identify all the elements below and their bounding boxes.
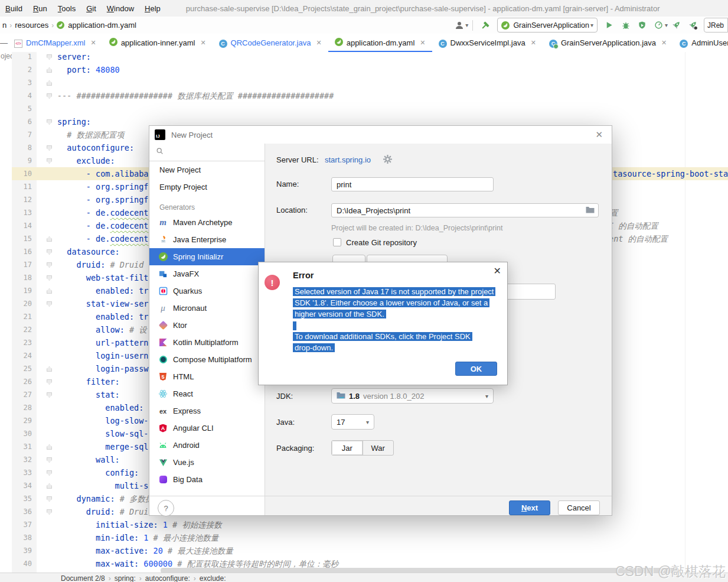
- editor-line[interactable]: 37 initial-size: 1 # 初始连接数: [12, 518, 728, 531]
- fold-marker-icon[interactable]: [47, 470, 52, 476]
- fold-marker-icon[interactable]: [47, 496, 52, 502]
- fold-marker-icon[interactable]: [47, 236, 52, 242]
- fold-marker-icon[interactable]: [47, 392, 52, 398]
- fold-marker-icon[interactable]: [47, 509, 52, 515]
- fold-marker-icon[interactable]: [47, 54, 52, 60]
- generator-kotlin-multiplatform[interactable]: Kotlin Multiplatform: [149, 334, 265, 351]
- tab-close-icon[interactable]: ✕: [420, 39, 425, 47]
- menu-build[interactable]: Build: [0, 4, 28, 13]
- generator-search[interactable]: [149, 144, 265, 161]
- menu-run[interactable]: Run: [28, 4, 53, 13]
- server-url-link[interactable]: start.spring.io: [325, 155, 371, 164]
- generator-javafx[interactable]: JavaFX: [149, 265, 265, 282]
- generator-quarkus[interactable]: Quarkus: [149, 282, 265, 300]
- menu-help[interactable]: Help: [139, 4, 166, 13]
- editor-line[interactable]: 2 port: 48080: [12, 63, 728, 76]
- generator-micronaut[interactable]: μMicronaut: [149, 300, 265, 317]
- run-configuration-select[interactable]: GrainServerApplication ▾: [497, 18, 598, 32]
- fold-marker-icon[interactable]: [47, 288, 52, 294]
- tab-close-icon[interactable]: ✕: [531, 39, 536, 47]
- tab-close-icon[interactable]: ✕: [661, 39, 667, 47]
- nav-item-empty-project[interactable]: Empty Project: [149, 178, 265, 196]
- breadcrumb-item[interactable]: application-dm.yaml: [68, 21, 136, 30]
- fold-marker-icon[interactable]: [47, 457, 52, 463]
- jrebel-panel-button[interactable]: JReb: [704, 18, 728, 32]
- packaging-option-war[interactable]: War: [363, 441, 394, 455]
- fold-marker-icon[interactable]: [47, 444, 52, 450]
- generator-express[interactable]: exExpress: [149, 402, 265, 420]
- error-close-icon[interactable]: ✕: [494, 265, 501, 277]
- generator-android[interactable]: Android: [149, 437, 265, 454]
- hide-tabs-icon[interactable]: —: [0, 34, 8, 52]
- jdk-select[interactable]: 1.8 version 1.8.0_202 ▾: [331, 388, 494, 404]
- editor-line[interactable]: 5: [12, 102, 728, 115]
- fold-marker-icon[interactable]: [47, 262, 52, 268]
- fold-marker-icon[interactable]: [47, 301, 52, 307]
- nav-item-new-project[interactable]: New Project: [149, 161, 265, 178]
- tab-dwxxserviceimpl-java[interactable]: CDwxxServiceImpl.java✕: [432, 34, 543, 52]
- fold-marker-icon[interactable]: [47, 119, 52, 125]
- user-profile-icon[interactable]: [453, 19, 465, 31]
- fold-marker-icon[interactable]: [47, 366, 52, 372]
- run-with-coverage-icon[interactable]: [636, 19, 648, 31]
- status-item[interactable]: Document 2/8: [61, 574, 105, 582]
- next-button[interactable]: Next: [509, 500, 550, 515]
- status-item[interactable]: autoconfigure:: [145, 574, 190, 582]
- tab-qrcodegenerator-java[interactable]: CQRCodeGenerator.java✕: [213, 34, 328, 52]
- fold-marker-icon[interactable]: [47, 158, 52, 164]
- fold-marker-icon[interactable]: [47, 483, 52, 489]
- breadcrumb-item[interactable]: n: [2, 21, 6, 30]
- generator-spring-initializr[interactable]: Spring Initializr: [149, 248, 265, 265]
- server-url-gear-icon[interactable]: [383, 155, 392, 165]
- menu-tools[interactable]: Tools: [53, 4, 81, 13]
- packaging-option-jar[interactable]: Jar: [332, 441, 363, 455]
- fold-marker-icon[interactable]: [47, 93, 52, 99]
- search-input[interactable]: [168, 147, 241, 157]
- editor-line[interactable]: 3: [12, 76, 728, 89]
- menu-window[interactable]: Window: [102, 4, 139, 13]
- run-icon[interactable]: [603, 19, 615, 31]
- generator-html[interactable]: 5HTML: [149, 368, 265, 385]
- generator-ktor[interactable]: Ktor: [149, 317, 265, 334]
- jrebel-debug-icon[interactable]: [687, 19, 698, 31]
- location-input[interactable]: [331, 203, 599, 217]
- cancel-button[interactable]: Cancel: [558, 500, 600, 515]
- error-ok-button[interactable]: OK: [455, 362, 497, 376]
- status-item[interactable]: spring:: [115, 574, 136, 582]
- browse-folder-icon[interactable]: [586, 206, 595, 215]
- status-item[interactable]: exclude:: [200, 574, 226, 582]
- tab-grainserverapplication-java[interactable]: CGrainServerApplication.java✕: [543, 34, 673, 52]
- generator-react[interactable]: React: [149, 385, 265, 402]
- tab-close-icon[interactable]: ✕: [90, 39, 96, 47]
- fold-marker-icon[interactable]: [47, 67, 52, 73]
- tab-dmcfmapper-xml[interactable]: </>DmCfMapper.xml✕: [8, 34, 103, 52]
- name-input[interactable]: [331, 177, 494, 191]
- generator-vue-js[interactable]: Vue.js: [149, 454, 265, 471]
- tab-close-icon[interactable]: ✕: [200, 39, 205, 47]
- tab-close-icon[interactable]: ✕: [316, 39, 321, 47]
- generator-java-enterprise[interactable]: Java Enterprise: [149, 231, 265, 248]
- help-button[interactable]: ?: [158, 500, 174, 516]
- generator-angular-cli[interactable]: AAngular CLI: [149, 420, 265, 437]
- fold-marker-icon[interactable]: [47, 145, 52, 151]
- tab-adminuserserviceim[interactable]: CAdminUserServiceIm: [673, 34, 728, 52]
- editor-line[interactable]: 4--- #################### 数据库相关配置 ######…: [12, 89, 728, 102]
- dialog-close-icon[interactable]: ✕: [592, 129, 606, 140]
- debug-icon[interactable]: [620, 19, 632, 31]
- editor-line[interactable]: 1server:: [12, 52, 728, 63]
- profiler-icon[interactable]: [653, 19, 665, 31]
- generator-maven-archetype[interactable]: mMaven Archetype: [149, 214, 265, 231]
- jrebel-run-icon[interactable]: [670, 19, 682, 31]
- build-hammer-icon[interactable]: [479, 19, 491, 31]
- fold-marker-icon[interactable]: [47, 80, 52, 86]
- fold-marker-icon[interactable]: [47, 379, 52, 385]
- editor-line[interactable]: 39 max-active: 20 # 最大连接池数量: [12, 544, 728, 557]
- java-version-select[interactable]: 17 ▾: [331, 414, 374, 430]
- fold-marker-icon[interactable]: [47, 249, 52, 255]
- git-checkbox[interactable]: [333, 238, 341, 246]
- tab-application-inner-yaml[interactable]: application-inner.yaml✕: [103, 34, 213, 52]
- editor-line[interactable]: 38 min-idle: 1 # 最小连接池数量: [12, 531, 728, 544]
- generator-compose-multiplatform[interactable]: Compose Multiplatform: [149, 351, 265, 368]
- breadcrumb-item[interactable]: resources: [15, 21, 48, 30]
- fold-marker-icon[interactable]: [47, 275, 52, 281]
